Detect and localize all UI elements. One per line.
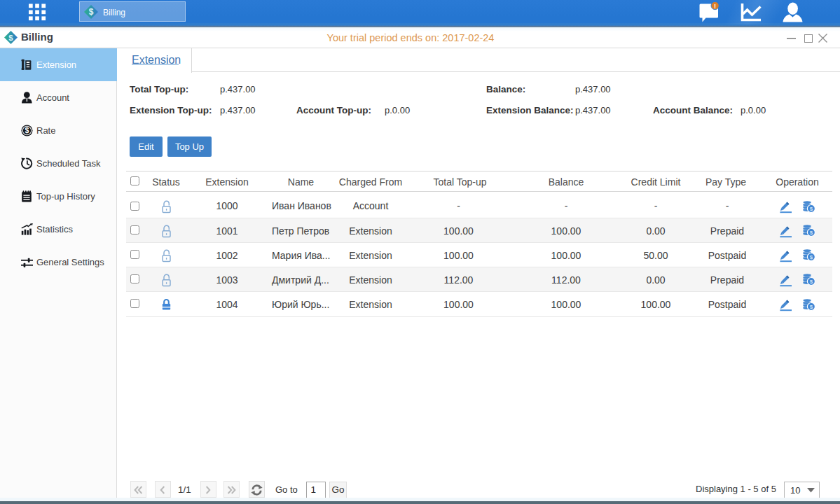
svg-text:$: $ [25, 126, 29, 134]
svg-text:!: ! [714, 3, 716, 10]
svg-text:$: $ [89, 7, 94, 17]
